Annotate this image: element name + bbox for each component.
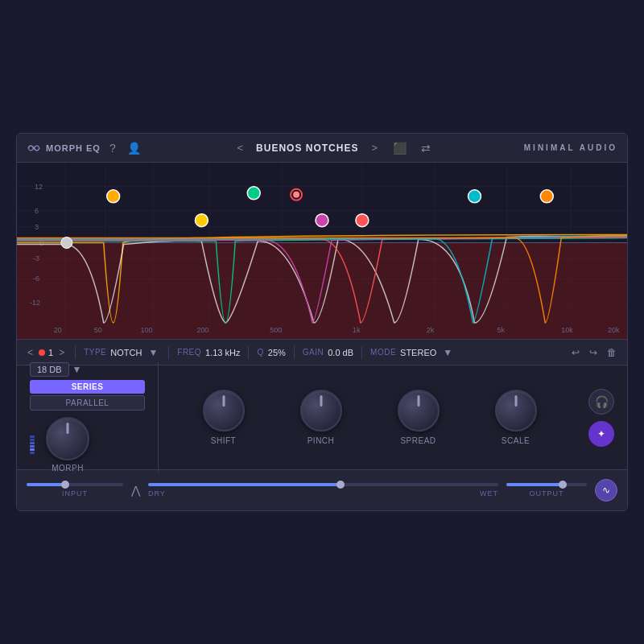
plugin-logo: MORPH EQ (27, 141, 101, 155)
next-preset-button[interactable]: > (368, 140, 381, 155)
svg-text:500: 500 (270, 326, 282, 334)
svg-text:50: 50 (94, 326, 102, 334)
band-node-7 (540, 190, 553, 203)
left-controls: 18 DB ▼ SERIES PARALLEL (30, 362, 159, 473)
fx-button[interactable]: ✦ (588, 421, 614, 447)
undo-button[interactable]: ↩ (569, 347, 582, 358)
freq-label: FREQ (177, 348, 201, 357)
band-node-anchor (61, 237, 72, 249)
separator-5 (361, 346, 362, 359)
band-node-3 (247, 187, 260, 200)
spread-knob-label: SPREAD (400, 436, 436, 445)
morph-knob-section: MORPH (46, 417, 89, 473)
preset-name: BUENOS NOTCHES (256, 142, 358, 154)
mode-param: MODE STEREO ▼ (370, 347, 455, 358)
save-preset-button[interactable]: ⬛ (390, 142, 409, 155)
freq-value: 1.13 kHz (205, 348, 240, 357)
band-navigation: < 1 > (25, 347, 67, 358)
svg-text:100: 100 (141, 326, 153, 334)
band-indicator (39, 349, 45, 356)
output-slider[interactable] (506, 483, 587, 486)
mode-dropdown-button[interactable]: ▼ (440, 347, 455, 358)
svg-text:5k: 5k (497, 326, 505, 334)
series-parallel-toggle: SERIES PARALLEL (30, 380, 145, 411)
input-slider-fill (27, 483, 65, 486)
parallel-button[interactable]: PARALLEL (30, 395, 145, 411)
gain-value: 0.0 dB (328, 348, 353, 357)
svg-text:200: 200 (196, 326, 208, 334)
mode-label: MODE (370, 348, 396, 357)
redo-button[interactable]: ↪ (587, 347, 600, 358)
wet-label: WET (480, 489, 498, 497)
help-button[interactable]: ? (107, 142, 118, 155)
band-node-2 (195, 214, 208, 227)
band-node-1 (107, 190, 120, 203)
svg-text:1k: 1k (353, 326, 361, 334)
input-slider-thumb[interactable] (61, 481, 69, 489)
input-slider[interactable] (27, 483, 123, 486)
eq-display[interactable]: 12 6 3 0 -3 -6 -12 20 50 100 200 500 1k … (17, 163, 627, 340)
svg-text:12: 12 (35, 183, 43, 191)
spread-knob[interactable] (398, 390, 440, 431)
shift-knob-label: SHIFT (211, 436, 236, 445)
db-select-button[interactable]: 18 DB (30, 362, 69, 377)
scale-knob-section: SCALE (495, 390, 537, 445)
panel-collapse-button[interactable]: ⋀ (131, 484, 140, 497)
db-dropdown-icon[interactable]: ▼ (72, 364, 82, 375)
type-label: TYPE (84, 348, 106, 357)
input-section: INPUT (27, 483, 123, 497)
band-node-selected-inner (293, 192, 299, 198)
center-controls: SHIFT PINCH SPREAD SCALE (159, 390, 580, 445)
output-slider-thumb[interactable] (559, 481, 567, 489)
db-selector: 18 DB ▼ (30, 362, 145, 377)
shift-knob[interactable] (203, 390, 245, 431)
band-node-4 (316, 214, 328, 227)
user-button[interactable]: 👤 (125, 142, 143, 155)
separator-4 (294, 346, 295, 359)
headphone-button[interactable]: 🎧 (588, 389, 614, 415)
mode-value: STEREO (400, 348, 436, 357)
pinch-knob[interactable] (300, 390, 342, 431)
output-slider-fill (506, 483, 563, 486)
brand-name: MINIMAL AUDIO (524, 143, 617, 152)
input-label: INPUT (27, 489, 123, 497)
pinch-knob-section: PINCH (300, 390, 342, 445)
svg-text:20: 20 (54, 326, 62, 334)
scale-knob-label: SCALE (502, 436, 530, 445)
band-actions: ↩ ↪ 🗑 (569, 347, 619, 358)
drywet-slider-fill (148, 483, 341, 486)
band-node-6 (469, 190, 481, 203)
band-prev-button[interactable]: < (25, 347, 35, 358)
series-button[interactable]: SERIES (30, 380, 145, 394)
logo-icon (27, 141, 41, 155)
shuffle-preset-button[interactable]: ⇄ (419, 142, 433, 155)
band-node-5 (356, 214, 369, 227)
spread-knob-section: SPREAD (398, 390, 440, 445)
svg-text:6: 6 (35, 207, 39, 215)
svg-text:20k: 20k (608, 326, 620, 334)
prev-preset-button[interactable]: < (233, 140, 246, 155)
drywet-labels: DRY WET (148, 489, 498, 497)
scale-knob[interactable] (495, 390, 537, 431)
band-next-button[interactable]: > (56, 347, 67, 358)
spectrum-button[interactable]: ∿ (595, 479, 617, 502)
separator-1 (75, 346, 76, 359)
separator-3 (248, 346, 249, 359)
delete-band-button[interactable]: 🗑 (605, 347, 619, 358)
pinch-knob-label: PINCH (308, 436, 335, 445)
svg-text:10k: 10k (561, 326, 573, 334)
svg-text:-6: -6 (33, 275, 39, 283)
drywet-slider-thumb[interactable] (336, 481, 345, 489)
type-dropdown-button[interactable]: ▼ (146, 347, 160, 358)
bottom-bar: INPUT ⋀ DRY WET OUTPUT ∿ (17, 470, 627, 510)
separator-2 (168, 346, 169, 359)
morph-knob[interactable] (46, 417, 89, 460)
eq-canvas: 12 6 3 0 -3 -6 -12 20 50 100 200 500 1k … (17, 163, 627, 339)
output-label: OUTPUT (506, 489, 587, 497)
header: MORPH EQ ? 👤 < BUENOS NOTCHES > ⬛ ⇄ MINI… (17, 134, 627, 163)
svg-text:-3: -3 (33, 254, 39, 262)
gain-param: GAIN 0.0 dB (303, 348, 353, 357)
plugin-container: MORPH EQ ? 👤 < BUENOS NOTCHES > ⬛ ⇄ MINI… (16, 133, 628, 511)
q-value: 25% (268, 348, 286, 357)
drywet-slider[interactable] (148, 483, 498, 486)
